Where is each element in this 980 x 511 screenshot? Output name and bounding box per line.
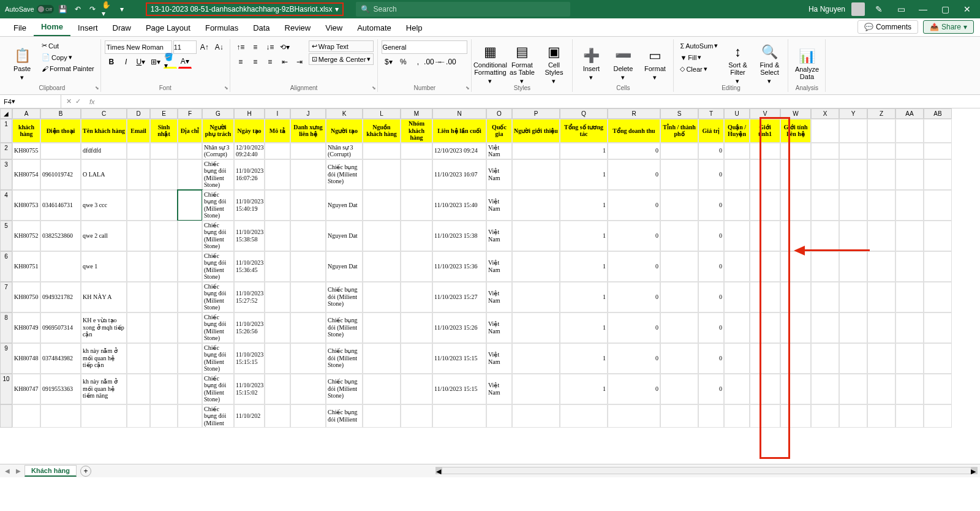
col-header[interactable]: H: [234, 108, 265, 119]
spreadsheet-grid[interactable]: ◢ABCDEFGHIJKLMNOPQRSTUVWXYZAAAB1khách hà…: [0, 108, 980, 464]
data-cell[interactable]: Việt Nam: [486, 143, 512, 159]
header-cell[interactable]: Giới tính1: [750, 119, 780, 143]
data-cell[interactable]: [363, 343, 401, 374]
customize-qat-icon[interactable]: ▾: [116, 4, 127, 15]
fill-button[interactable]: ▼ Fill ▾: [677, 52, 720, 62]
insert-cells-button[interactable]: ➕Insert▾: [576, 40, 606, 88]
font-size-select[interactable]: [173, 40, 197, 54]
data-cell[interactable]: [178, 143, 202, 159]
data-cell[interactable]: [432, 404, 486, 428]
data-cell[interactable]: [150, 251, 178, 282]
data-cell[interactable]: 11/10/2023 16:07: [432, 159, 486, 190]
data-cell[interactable]: [265, 404, 290, 428]
data-cell[interactable]: [363, 190, 401, 221]
data-cell[interactable]: KH80750: [12, 282, 40, 312]
cancel-formula-icon[interactable]: ✕: [66, 97, 72, 105]
close-icon[interactable]: ✕: [959, 1, 975, 17]
data-cell[interactable]: [401, 404, 432, 428]
align-bottom-icon[interactable]: ↓≡: [263, 40, 277, 54]
data-cell[interactable]: [363, 143, 401, 159]
align-left-icon[interactable]: ≡: [234, 55, 247, 69]
data-cell[interactable]: [895, 343, 924, 374]
tab-help[interactable]: Help: [399, 20, 430, 36]
orientation-icon[interactable]: ⟲▾: [278, 40, 292, 54]
data-cell[interactable]: 0346146731: [40, 190, 81, 221]
data-cell[interactable]: [265, 159, 290, 190]
row-header[interactable]: 6: [0, 251, 12, 282]
cut-button[interactable]: ✂ Cut: [39, 40, 97, 51]
data-cell[interactable]: [811, 374, 839, 404]
data-cell[interactable]: 11/10/2023 15:27:52: [234, 282, 265, 312]
tab-page-layout[interactable]: Page Layout: [138, 20, 198, 36]
col-header[interactable]: Q: [560, 108, 608, 119]
data-cell[interactable]: [401, 282, 432, 312]
col-header[interactable]: Y: [839, 108, 867, 119]
row-header[interactable]: 4: [0, 190, 12, 221]
data-cell[interactable]: 11/10/2023 15:38:58: [234, 221, 265, 251]
header-cell[interactable]: Nguồn khách hàng: [363, 119, 401, 143]
header-cell[interactable]: [811, 119, 839, 143]
data-cell[interactable]: qwe 2 call: [81, 221, 127, 251]
data-cell[interactable]: [780, 251, 811, 282]
data-cell[interactable]: 11/10/2023 15:26: [432, 312, 486, 343]
data-cell[interactable]: [127, 251, 150, 282]
data-cell[interactable]: Chiếc bụng đói (Milient Stone): [326, 343, 363, 374]
header-cell[interactable]: Quốc gia: [486, 119, 512, 143]
align-right-icon[interactable]: ≡: [263, 55, 277, 69]
data-cell[interactable]: [867, 190, 895, 221]
data-cell[interactable]: 0: [698, 343, 724, 374]
autosave-switch-icon[interactable]: [37, 5, 54, 13]
data-cell[interactable]: [401, 251, 432, 282]
font-color-icon[interactable]: A▾: [178, 55, 192, 69]
data-cell[interactable]: [924, 221, 952, 251]
row-header[interactable]: 3: [0, 159, 12, 190]
data-cell[interactable]: [265, 190, 290, 221]
data-cell[interactable]: [780, 343, 811, 374]
data-cell[interactable]: KH80748: [12, 343, 40, 374]
data-cell[interactable]: [363, 374, 401, 404]
analyze-data-button[interactable]: 📊Analyze Data: [792, 40, 821, 88]
data-cell[interactable]: [895, 159, 924, 190]
col-header[interactable]: AA: [895, 108, 924, 119]
data-cell[interactable]: Chiếc bụng đói (Milient Stone): [326, 312, 363, 343]
data-cell[interactable]: [512, 343, 560, 374]
decrease-indent-icon[interactable]: ⇤: [278, 55, 292, 69]
data-cell[interactable]: [750, 404, 780, 428]
data-cell[interactable]: [924, 159, 952, 190]
data-cell[interactable]: [290, 282, 326, 312]
row-header[interactable]: 2: [0, 143, 12, 159]
data-cell[interactable]: 11/10/2023 15:40: [432, 190, 486, 221]
header-cell[interactable]: Email: [127, 119, 150, 143]
data-cell[interactable]: [363, 282, 401, 312]
data-cell[interactable]: [839, 374, 867, 404]
data-cell[interactable]: [924, 312, 952, 343]
data-cell[interactable]: [512, 143, 560, 159]
decrease-decimal-icon[interactable]: ←.00: [440, 55, 454, 69]
data-cell[interactable]: [839, 190, 867, 221]
tab-draw[interactable]: Draw: [105, 20, 138, 36]
col-header[interactable]: C: [81, 108, 127, 119]
data-cell[interactable]: [363, 312, 401, 343]
touch-mode-icon[interactable]: ✋▾: [102, 4, 113, 15]
row-header[interactable]: 9: [0, 343, 12, 374]
header-cell[interactable]: Người giới thiệu: [512, 119, 560, 143]
header-cell[interactable]: Điện thoại: [40, 119, 81, 143]
data-cell[interactable]: [401, 343, 432, 374]
data-cell[interactable]: [265, 312, 290, 343]
data-cell[interactable]: [401, 221, 432, 251]
format-as-table-button[interactable]: ▤Format as Table▾: [507, 40, 537, 88]
data-cell[interactable]: 11/10/2023 15:36: [432, 251, 486, 282]
data-cell[interactable]: Chiếc bụng đói (Milient Stone): [202, 343, 234, 374]
copy-button[interactable]: 📄 Copy ▾: [39, 52, 97, 62]
increase-indent-icon[interactable]: ⇥: [293, 55, 306, 69]
col-header[interactable]: B: [40, 108, 81, 119]
header-cell[interactable]: khách hàng: [12, 119, 40, 143]
data-cell[interactable]: [750, 143, 780, 159]
data-cell[interactable]: KH80753: [12, 190, 40, 221]
data-cell[interactable]: KH NÀY A: [81, 282, 127, 312]
data-cell[interactable]: 1: [560, 190, 608, 221]
data-cell[interactable]: [401, 159, 432, 190]
autosave-toggle[interactable]: AutoSave: [5, 5, 54, 13]
data-cell[interactable]: [150, 159, 178, 190]
row-header[interactable]: 1: [0, 119, 12, 143]
